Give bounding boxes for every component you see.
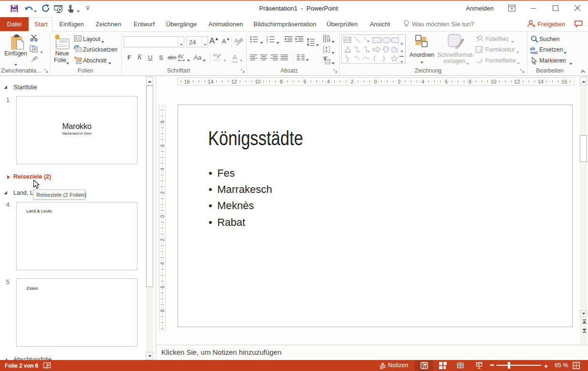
svg-text:14: 14	[208, 79, 213, 85]
svg-text:16: 16	[561, 79, 567, 85]
svg-text:4: 4	[327, 79, 330, 85]
svg-text:12: 12	[231, 79, 237, 85]
svg-text:6: 6	[445, 79, 448, 85]
svg-text:8: 8	[159, 309, 165, 312]
svg-text:0: 0	[159, 215, 165, 218]
svg-text:14: 14	[538, 79, 544, 85]
svg-text:A: A	[327, 34, 330, 39]
svg-text:6: 6	[159, 144, 165, 147]
svg-text:10: 10	[491, 79, 496, 85]
svg-text:6: 6	[304, 79, 306, 85]
svg-text:4: 4	[159, 168, 165, 170]
svg-text:4: 4	[421, 79, 424, 85]
svg-text:ac: ac	[533, 50, 538, 54]
svg-text:4: 4	[159, 262, 165, 265]
svg-text:12: 12	[514, 79, 520, 85]
svg-text:2: 2	[159, 238, 165, 241]
svg-text:0: 0	[374, 79, 377, 85]
svg-text:8: 8	[280, 79, 283, 85]
svg-text:8: 8	[159, 120, 165, 123]
svg-text:2: 2	[398, 79, 400, 85]
svg-text:A: A	[345, 38, 348, 42]
svg-text:2: 2	[159, 191, 165, 194]
svg-text:16: 16	[184, 79, 190, 85]
svg-text:8: 8	[469, 79, 472, 85]
svg-text:10: 10	[255, 79, 261, 85]
svg-text:ab: ab	[213, 53, 218, 57]
svg-text:2: 2	[351, 79, 354, 85]
svg-text:AV: AV	[178, 54, 184, 59]
svg-text:3: 3	[266, 41, 268, 43]
svg-text:6: 6	[159, 286, 165, 288]
